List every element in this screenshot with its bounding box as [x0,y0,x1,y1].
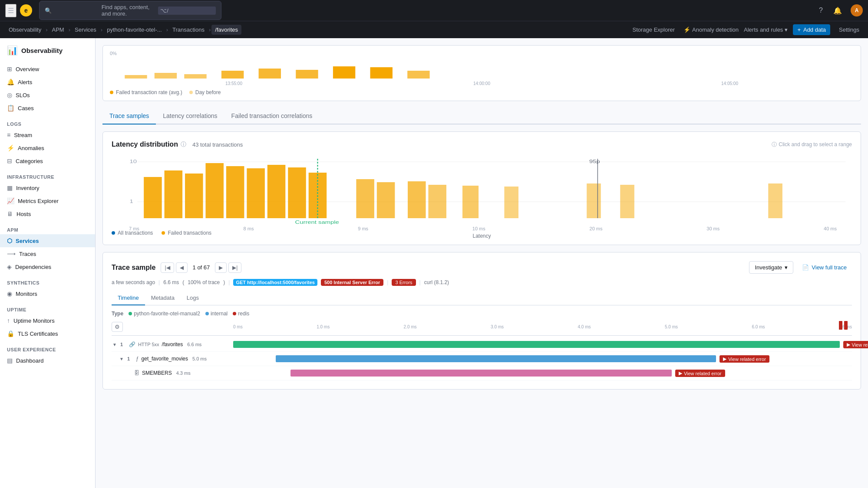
chevron-down-icon: ▾ [785,264,788,271]
sidebar-item-label: Dashboard [16,357,44,364]
sidebar-item-dashboard[interactable]: ▤ Dashboard [0,354,95,367]
notifications-button[interactable]: 🔔 [832,5,844,16]
tab-trace-samples[interactable]: Trace samples [102,108,156,124]
user-experience-section-label: User Experience [0,344,95,354]
search-bar[interactable]: 🔍 Find apps, content, and more. ⌥/ [39,1,221,20]
sidebar-item-slos[interactable]: ◎ SLOs [0,88,95,102]
info-icon[interactable]: ⓘ [181,141,186,148]
tab-logs[interactable]: Logs [181,291,205,305]
breadcrumb-apm[interactable]: APM [48,25,67,35]
expand-favorites-button[interactable]: ▼ [112,341,118,348]
user-avatar[interactable]: A [851,4,863,16]
sidebar-item-uptime-monitors[interactable]: ↑ Uptime Monitors [0,314,95,327]
next-page-button[interactable]: ▶ [215,262,227,273]
tab-failed-transaction-correlations[interactable]: Failed transaction correlations [224,108,320,124]
sidebar-item-label: Services [16,238,39,244]
sidebar-item-dependencies[interactable]: ◈ Dependencies [0,260,95,273]
stream-icon: ≡ [7,131,10,138]
row-left-favorites: ▼ 1 🔗 HTTP 5xx /favorites 6.6 ms [112,341,233,348]
tab-metadata[interactable]: Metadata [145,291,181,305]
svg-text:10: 10 [130,159,137,164]
settings-link[interactable]: Settings [835,25,863,35]
sidebar-item-cases[interactable]: 📋 Cases [0,102,95,115]
svg-rect-0 [125,75,147,79]
main-content: 0% 13:55:00 14:00:00 1 [96,38,868,488]
investigate-button[interactable]: Investigate ▾ [749,261,793,274]
hamburger-button[interactable]: ☰ [5,4,17,17]
latency-distribution-title: Latency distribution [112,141,178,148]
view-related-error-smembers[interactable]: ▶ View related error [675,370,725,377]
breadcrumb-transactions[interactable]: Transactions [169,25,208,35]
histogram-x-labels: 7 ms 8 ms 9 ms 10 ms 20 ms 30 ms 40 ms [112,226,852,231]
svg-rect-8 [407,71,429,79]
drag-hint: ⓘ Click and drag to select a range [772,141,852,148]
sidebar-item-label: Anomalies [18,145,44,151]
sidebar-item-overview[interactable]: ⊞ Overview [0,62,95,75]
legend-dot-day-before [189,91,193,94]
type-legend-internal: internal [205,311,228,317]
tab-latency-correlations[interactable]: Latency correlations [156,108,224,124]
prev-page-button[interactable]: ◀ [176,262,188,273]
sidebar-item-services[interactable]: ⬡ Services [0,234,95,247]
help-button[interactable]: ? [817,5,825,16]
sidebar-app-header: 📊 Observability [0,45,95,62]
add-data-button[interactable]: + Add data [793,24,830,35]
search-icon: 🔍 [45,7,98,14]
svg-text:Current sample: Current sample [295,220,339,225]
svg-rect-14 [165,170,183,218]
legend-failed-rate: Failed transaction rate (avg.) [110,89,182,95]
view-related-error-get-favorites[interactable]: ▶ View related error [719,355,769,363]
sidebar-item-inventory[interactable]: ▦ Inventory [0,181,95,194]
anomaly-detection-link[interactable]: ⚡ Anomaly detection [683,26,739,33]
first-page-button[interactable]: |◀ [161,262,174,273]
chart-preview-card: 0% 13:55:00 14:00:00 1 [102,45,861,101]
elastic-logo[interactable]: e [20,4,32,16]
expand-get-favorites-button[interactable]: ▼ [119,356,125,362]
sidebar-section-top: ⊞ Overview 🔔 Alerts ◎ SLOs 📋 Cases [0,62,95,115]
sidebar-section-apm: APM ⬡ Services ⟶ Traces ◈ Dependencies [0,224,95,273]
breadcrumb-services[interactable]: Services [71,25,100,35]
sidebar-item-hosts[interactable]: 🖥 Hosts [0,207,95,220]
latency-distribution-card: Latency distribution ⓘ 43 total transact… [102,131,861,245]
timeline-settings-button[interactable]: ⚙ [112,322,123,332]
error-icon: ▶ [847,342,850,347]
latency-axis-label: Latency [112,233,852,239]
alerts-rules-link[interactable]: Alerts and rules ▾ [744,26,788,33]
dot-python [129,312,132,315]
svg-text:95p: 95p [589,159,600,164]
sidebar-item-tls[interactable]: 🔒 TLS Certificates [0,327,95,340]
svg-rect-23 [377,182,395,218]
sidebar-item-alerts[interactable]: 🔔 Alerts [0,75,95,88]
monitors-icon: ◉ [7,290,12,297]
svg-rect-4 [259,69,281,79]
breadcrumb-service-name[interactable]: python-favorite-otel-... [103,25,165,35]
sidebar-item-monitors[interactable]: ◉ Monitors [0,287,95,300]
bar-area-favorites: ▶ View related error [233,339,852,350]
sidebar-item-label: Dependencies [15,264,51,270]
dot-redis [233,312,236,315]
histogram-container[interactable]: 10 1 [112,155,852,225]
sidebar-item-stream[interactable]: ≡ Stream [0,128,95,141]
sidebar-item-label: Inventory [16,185,39,191]
timeline-ruler-row: ⚙ 0 ms 1.0 ms 2.0 ms 3.0 ms 4.0 ms 5.0 m… [112,322,852,336]
sidebar-item-anomalies[interactable]: ⚡ Anomalies [0,141,95,154]
storage-explorer-link[interactable]: Storage Explorer [629,25,679,35]
sidebar-item-categories[interactable]: ⊟ Categories [0,154,95,167]
anomaly-icon: ⚡ [683,26,690,33]
breadcrumb-observability[interactable]: Observability [5,25,45,35]
view-full-trace-button[interactable]: 📄 View full trace [797,262,852,273]
svg-rect-5 [296,70,318,79]
view-related-error-favorites[interactable]: ▶ View related error [843,341,868,348]
last-page-button[interactable]: ▶| [228,262,241,273]
sidebar-item-metrics-explorer[interactable]: 📈 Metrics Explorer [0,194,95,207]
page-current: 1 of 67 [189,264,214,271]
tab-timeline[interactable]: Timeline [112,291,145,305]
sidebar-item-traces[interactable]: ⟶ Traces [0,247,95,260]
zero-label: 0% [110,51,117,56]
breadcrumb-sep-1: › [69,26,70,33]
info-icon-small: ⓘ [772,141,777,148]
plus-icon: + [797,26,801,33]
dot-internal [205,312,209,315]
svg-rect-13 [144,177,162,218]
breadcrumb-favorites[interactable]: /favorites [211,25,241,35]
